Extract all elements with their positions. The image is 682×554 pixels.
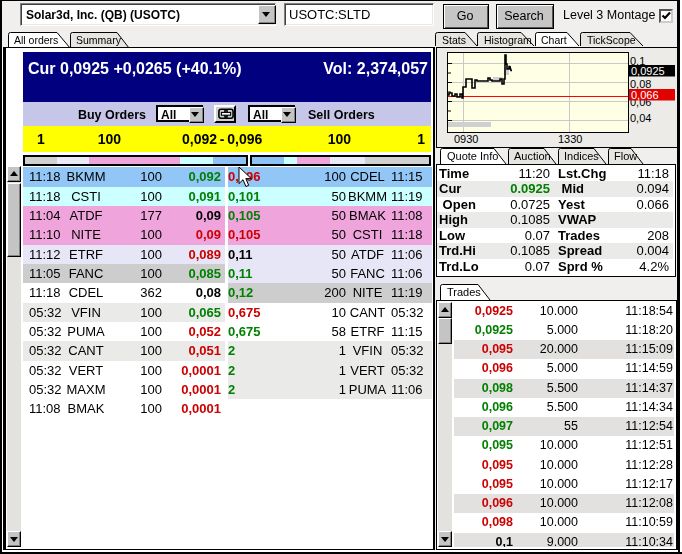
svg-text:0,066: 0,066: [631, 89, 659, 101]
svg-text:Auction: Auction: [514, 150, 551, 162]
svg-text:Stats: Stats: [442, 34, 466, 46]
svg-text:Indices: Indices: [564, 150, 599, 162]
svg-text:Chart: Chart: [541, 34, 567, 46]
svg-text:1330: 1330: [558, 133, 582, 145]
svg-text:TickScope: TickScope: [587, 34, 636, 46]
svg-text:0930: 0930: [454, 133, 478, 145]
svg-text:Histogram: Histogram: [484, 34, 532, 46]
svg-text:Trades: Trades: [447, 286, 481, 298]
svg-text:Summary: Summary: [76, 34, 122, 46]
svg-text:0,0925: 0,0925: [631, 65, 665, 77]
svg-text:0,04: 0,04: [630, 112, 651, 124]
svg-text:Flow: Flow: [614, 150, 637, 162]
svg-text:All orders: All orders: [14, 34, 58, 46]
svg-text:Quote Info: Quote Info: [447, 150, 498, 162]
